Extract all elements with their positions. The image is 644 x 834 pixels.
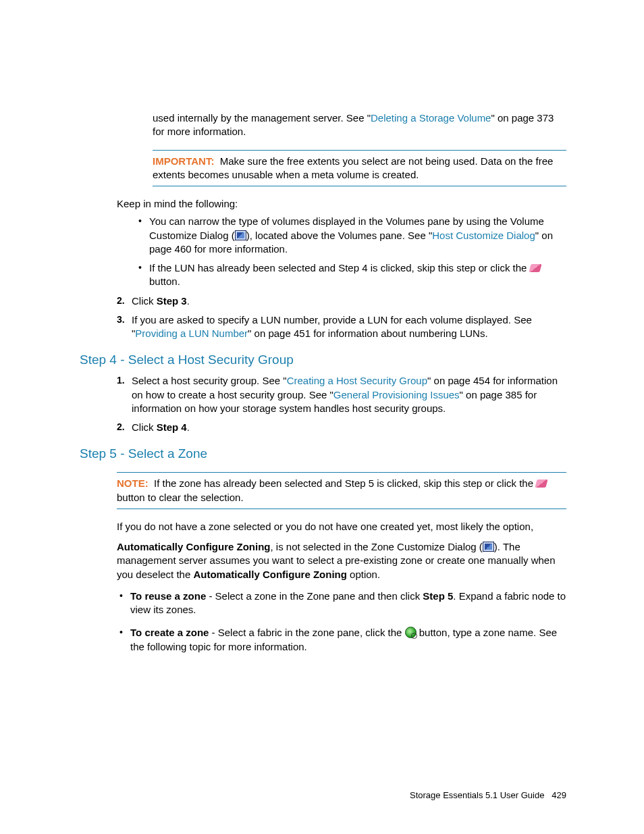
text: button. (149, 276, 180, 287)
text: If the zone has already been selected an… (154, 477, 536, 489)
ordered-list-step4: Select a host security group. See "Creat… (117, 374, 566, 434)
bullet-item: You can narrow the type of volumes displ… (136, 215, 566, 256)
eraser-icon (535, 479, 548, 488)
text: option. (347, 569, 380, 580)
list-item: Select a host security group. See "Creat… (117, 374, 566, 415)
eraser-icon (529, 264, 541, 272)
divider (153, 150, 566, 151)
link-creating-host-security-group[interactable]: Creating a Host Security Group (287, 375, 427, 386)
bold-text: To create a zone (130, 627, 209, 638)
footer-title: Storage Essentials 5.1 User Guide (410, 790, 544, 800)
heading-step-5: Step 5 - Select a Zone (80, 446, 566, 461)
step-label: Step 5 (423, 590, 453, 602)
heading-step-4: Step 4 - Select a Host Security Group (80, 353, 566, 367)
page-footer: Storage Essentials 5.1 User Guide 429 (410, 790, 566, 800)
text: . (187, 295, 190, 307)
customize-dialog-icon (483, 542, 494, 552)
text: " on page 451 for information about numb… (248, 328, 488, 339)
text: If the LUN has already been selected and… (149, 262, 530, 273)
bullet-item: To reuse a zone - Select a zone in the Z… (117, 590, 566, 617)
create-zone-icon (405, 627, 417, 638)
important-text: IMPORTANT: Make sure the free extents yo… (153, 155, 566, 182)
customize-dialog-icon (235, 230, 246, 240)
divider (153, 186, 566, 186)
intro-paragraph-block: used internally by the management server… (153, 111, 566, 139)
text: used internally by the management server… (153, 112, 371, 124)
text: . (187, 421, 190, 433)
text: , is not selected in the Zone Customize … (271, 541, 483, 552)
bold-text: Automatically Configure Zoning (193, 569, 347, 580)
list-item: If you are asked to specify a LUN number… (117, 313, 566, 341)
bullet-list-1: You can narrow the type of volumes displ… (136, 215, 566, 288)
link-general-provisioning-issues[interactable]: General Provisioning Issues (333, 389, 460, 400)
important-callout: IMPORTANT: Make sure the free extents yo… (153, 150, 566, 187)
step4-content: Select a host security group. See "Creat… (117, 374, 566, 434)
bold-text: Automatically Configure Zoning (117, 541, 271, 552)
ordered-list-1: Click Step 3. If you are asked to specif… (117, 294, 566, 341)
text: ), located above the Volumes pane. See " (246, 230, 433, 241)
step-label: Step 3 (157, 295, 187, 307)
bold-text: To reuse a zone (130, 590, 206, 602)
list-item: Click Step 3. (117, 294, 566, 308)
step5-note: NOTE: If the zone has already been selec… (117, 472, 566, 654)
note-label: NOTE: (117, 477, 149, 489)
keep-in-mind-text: Keep in mind the following: (117, 197, 566, 211)
text: Select a host security group. See " (132, 375, 287, 386)
divider (117, 509, 566, 509)
intro-paragraph: used internally by the management server… (153, 111, 566, 139)
text: - Select a zone in the Zone pane and the… (206, 590, 423, 602)
text: Click (132, 295, 157, 307)
document-page: used internally by the management server… (0, 0, 644, 834)
text: button to clear the selection. (117, 492, 244, 503)
bullet-item: To create a zone - Select a fabric in th… (117, 626, 566, 654)
step5-p2: Automatically Configure Zoning, is not s… (117, 540, 566, 581)
note-text: NOTE: If the zone has already been selec… (117, 477, 566, 504)
step5-p1: If you do not have a zone selected or yo… (117, 520, 566, 533)
link-providing-lun-number[interactable]: Providing a LUN Number (135, 328, 248, 339)
divider (117, 472, 566, 473)
page-number: 429 (552, 790, 566, 800)
step-label: Step 4 (157, 421, 187, 433)
important-label: IMPORTANT: (153, 155, 214, 167)
link-deleting-storage-volume[interactable]: Deleting a Storage Volume (371, 112, 491, 124)
bullet-list-step5: To reuse a zone - Select a zone in the Z… (117, 590, 566, 654)
text: Click (132, 421, 157, 433)
keep-in-mind-block: Keep in mind the following: You can narr… (117, 197, 566, 340)
list-item: Click Step 4. (117, 421, 566, 434)
text: - Select a fabric in the zone pane, clic… (209, 627, 404, 638)
bullet-item: If the LUN has already been selected and… (136, 261, 566, 289)
link-host-customize-dialog[interactable]: Host Customize Dialog (432, 230, 535, 241)
